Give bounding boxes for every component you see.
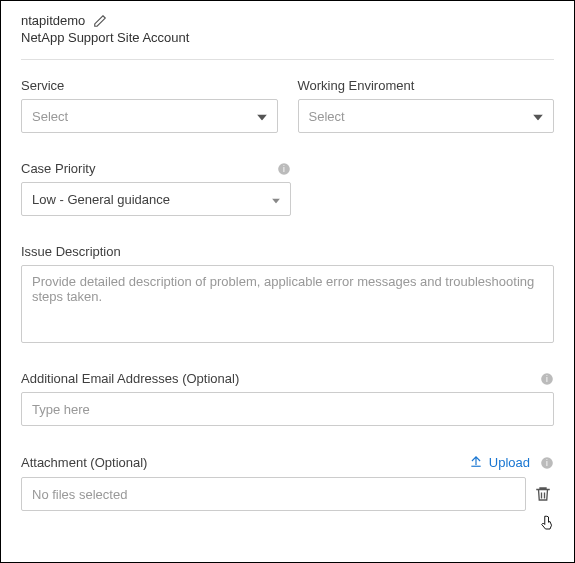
svg-text:i: i [546,458,548,467]
caret-down-icon [533,109,543,124]
cursor-pointer-icon [538,514,556,532]
issue-description-input[interactable] [21,265,554,343]
info-icon[interactable]: i [540,372,554,386]
working-env-select[interactable]: Select [298,99,555,133]
service-select[interactable]: Select [21,99,278,133]
caret-down-icon [257,109,267,124]
info-icon[interactable]: i [277,162,291,176]
additional-emails-input[interactable] [21,392,554,426]
account-header: ntapitdemo [21,13,554,28]
working-env-label: Working Enviroment [298,78,415,93]
case-priority-select[interactable]: Low - General guidance [21,182,291,216]
trash-icon[interactable] [532,483,554,505]
upload-icon [469,454,483,471]
working-env-placeholder: Select [309,109,345,124]
attachment-row: No files selected [21,477,554,511]
info-icon[interactable]: i [540,456,554,470]
edit-icon[interactable] [93,14,107,28]
svg-text:i: i [546,374,548,383]
service-group: Service Select [21,78,278,133]
caret-down-icon [272,192,280,207]
attachment-label: Attachment (Optional) [21,455,147,470]
additional-emails-label: Additional Email Addresses (Optional) [21,371,239,386]
case-priority-value: Low - General guidance [32,192,170,207]
divider [21,59,554,60]
working-env-group: Working Enviroment Select [298,78,555,133]
upload-label: Upload [489,455,530,470]
attachment-group: Attachment (Optional) Upload i No files … [21,454,554,511]
service-placeholder: Select [32,109,68,124]
upload-button[interactable]: Upload [469,454,530,471]
additional-emails-group: Additional Email Addresses (Optional) i [21,371,554,426]
case-priority-group: Case Priority i Low - General guidance [21,161,554,216]
service-label: Service [21,78,64,93]
case-priority-label: Case Priority [21,161,95,176]
account-name: ntapitdemo [21,13,85,28]
form-row-top: Service Select Working Enviroment Select [21,78,554,133]
account-subtitle: NetApp Support Site Account [21,30,554,45]
svg-text:i: i [283,164,285,173]
attachment-input[interactable]: No files selected [21,477,526,511]
issue-description-label: Issue Description [21,244,121,259]
attachment-no-files: No files selected [32,487,127,502]
issue-description-group: Issue Description [21,244,554,343]
